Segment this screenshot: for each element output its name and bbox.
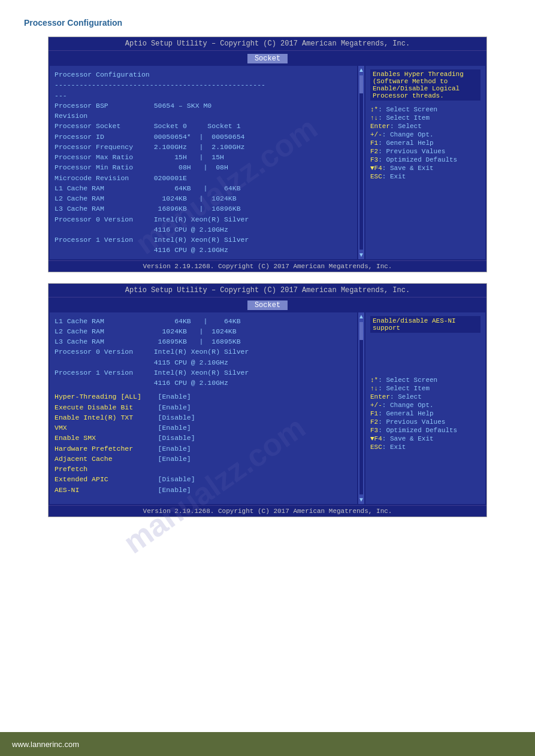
bios1-right-panel: Enables Hyper Threading (Software Method… (365, 66, 485, 259)
bios1-tab-socket[interactable]: Socket (247, 54, 288, 63)
bios1-scrollbar[interactable]: ▲ ▼ (358, 66, 364, 259)
bios2-right-panel: Enable/disable AES-NI support ↕*: Select… (365, 312, 485, 504)
bios1-header: Aptio Setup Utility – Copyright (C) 2017… (49, 37, 486, 51)
bios2-help-text: Enable/disable AES-NI support (370, 316, 480, 333)
bios2-tab-bar: Socket (49, 297, 486, 311)
bios1-tab-bar: Socket (49, 51, 486, 65)
bios1-footer: Version 2.19.1268. Copyright (C) 2017 Am… (49, 260, 486, 272)
bios1-content: Processor Configuration ----------------… (55, 69, 352, 256)
scroll-up-icon-2[interactable]: ▲ (358, 312, 364, 321)
bios-screen-1: Aptio Setup Utility – Copyright (C) 2017… (24, 37, 511, 272)
bios2-nav-help: ↕*: Select Screen ↑↓: Select Item Enter:… (370, 376, 480, 451)
scroll-thumb-2 (359, 322, 363, 340)
bios2-tab-socket[interactable]: Socket (247, 300, 288, 310)
bios2-footer: Version 2.19.1268. Copyright (C) 2017 Am… (49, 505, 486, 517)
bios-screen-2: Aptio Setup Utility – Copyright (C) 2017… (24, 283, 511, 517)
bios1-nav-help: ↕*: Select Screen ↑↓: Select Item Enter:… (370, 105, 480, 181)
footer-url: www.lannerinc.com (12, 740, 79, 749)
bios2-settings: Hyper-Threading [ALL] [Enable] Execute D… (55, 391, 352, 495)
bios1-body: Processor Configuration ----------------… (49, 65, 486, 260)
scroll-track-2 (359, 322, 363, 494)
page-title: Processor Configuration (0, 0, 535, 37)
footer-bar: www.lannerinc.com (0, 732, 535, 756)
bios1-left-panel: Processor Configuration ----------------… (50, 66, 357, 259)
scroll-track (359, 75, 363, 250)
bios2-left-panel: L1 Cache RAM 64KB | 64KB L2 Cache RAM 10… (50, 312, 357, 504)
bios1-help-text: Enables Hyper Threading (Software Method… (370, 69, 480, 101)
scroll-down-icon[interactable]: ▼ (358, 251, 364, 259)
scroll-up-icon[interactable]: ▲ (358, 66, 364, 74)
scroll-thumb (359, 75, 363, 93)
bios2-scrollbar[interactable]: ▲ ▼ (358, 312, 364, 504)
bios2-top-content: L1 Cache RAM 64KB | 64KB L2 Cache RAM 10… (55, 316, 352, 388)
scroll-down-icon-2[interactable]: ▼ (358, 496, 364, 504)
bios2-header: Aptio Setup Utility – Copyright (C) 2017… (49, 284, 486, 297)
bios2-body: L1 Cache RAM 64KB | 64KB L2 Cache RAM 10… (49, 311, 486, 505)
